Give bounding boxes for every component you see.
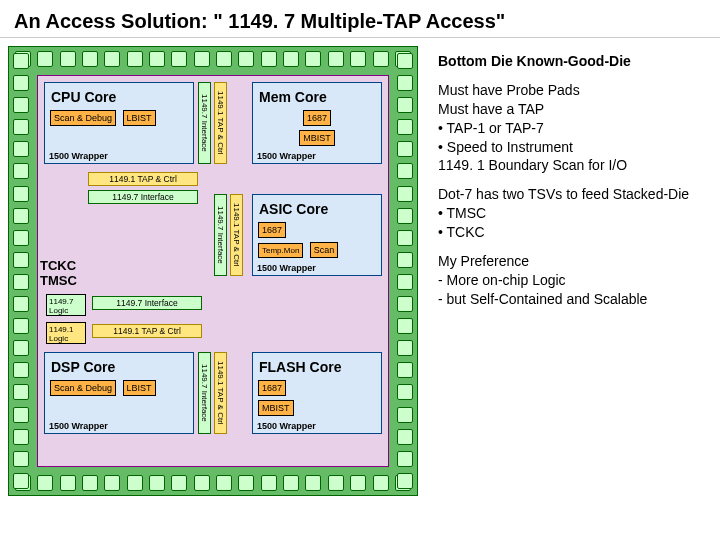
bond-pad [397,186,413,202]
bond-pad [127,51,143,67]
bond-pad [397,230,413,246]
bond-pad [37,51,53,67]
mem-wrapper: 1500 Wrapper [257,151,316,161]
mem-title: Mem Core [259,89,375,105]
bond-pad [127,475,143,491]
pref-text: My Preference - More on-chip Logic - but… [438,252,698,309]
bond-pad [13,451,29,467]
dsp-core: DSP Core Scan & Debug LBIST 1500 Wrapper [44,352,194,434]
bond-pad [13,296,29,312]
bond-pad [397,362,413,378]
bond-pad [13,53,29,69]
bond-pad [261,51,277,67]
bond-pad [397,163,413,179]
text-column: Bottom Die Known-Good-Die Must have Prob… [438,46,698,496]
cpu-if7: 1149.7 Interface [198,82,211,164]
bond-pad [13,186,29,202]
pad-row-bottom [15,475,411,491]
bond-pad [397,208,413,224]
logic-1149-1: 1149.1 Logic [46,322,86,344]
bond-pad [397,274,413,290]
bond-pad [261,475,277,491]
cpu-scan-debug: Scan & Debug [50,110,116,126]
cpu-core: CPU Core Scan & Debug LBIST 1500 Wrapper [44,82,194,164]
chip-outer: TCKCTMSC CPU Core Scan & Debug LBIST 150… [8,46,418,496]
bond-pad [328,475,344,491]
mid-if7: 1149.7 Interface [88,190,198,204]
bond-pad [13,407,29,423]
bond-pad [13,208,29,224]
bond-pad [238,475,254,491]
bond-pad [397,340,413,356]
pad-col-left [13,53,29,489]
bond-pad [238,51,254,67]
bond-pad [397,252,413,268]
logic-1149-7: 1149.7 Logic [46,294,86,316]
bond-pad [104,51,120,67]
bond-pad [283,475,299,491]
bond-pad [37,475,53,491]
cpu-tap1: 1149.1 TAP & Ctrl [214,82,227,164]
bond-pad [397,384,413,400]
dot7-text: Dot-7 has two TSVs to feed Stacked-Die •… [438,185,698,242]
flash-core: FLASH Core 1687 MBIST 1500 Wrapper [252,352,382,434]
bond-pad [373,51,389,67]
asic-if7: 1149.7 Interface [214,194,227,276]
page-title: An Access Solution: " 1149. 7 Multiple-T… [0,0,720,38]
bond-pad [397,473,413,489]
dsp-if7: 1149.7 Interface [198,352,211,434]
bond-pad [13,230,29,246]
mid-tap1: 1149.1 TAP & Ctrl [88,172,198,186]
asic-tap1: 1149.1 TAP & Ctrl [230,194,243,276]
chip-column: TCKCTMSC CPU Core Scan & Debug LBIST 150… [8,46,428,496]
kgd-text: Bottom Die Known-Good-Die [438,52,698,71]
pad-col-right [397,53,413,489]
bond-pad [13,75,29,91]
mem-core: Mem Core 1687 MBIST 1500 Wrapper [252,82,382,164]
content-area: TCKCTMSC CPU Core Scan & Debug LBIST 150… [0,38,720,504]
bond-pad [194,475,210,491]
bond-pad [328,51,344,67]
bond-pad [373,475,389,491]
dsp-wrapper: 1500 Wrapper [49,421,108,431]
pad-row-top [15,51,411,67]
dsp-scan-debug: Scan & Debug [50,380,116,396]
bond-pad [149,475,165,491]
tckc-tmsc-pins: TCKCTMSC [40,258,77,288]
bond-pad [283,51,299,67]
asic-wrapper: 1500 Wrapper [257,263,316,273]
bond-pad [397,53,413,69]
bond-pad [13,97,29,113]
cpu-lbist: LBIST [123,110,156,126]
mem-1687: 1687 [303,110,331,126]
bond-pad [13,473,29,489]
bond-pad [397,97,413,113]
flash-1687: 1687 [258,380,286,396]
flash-mbist: MBIST [258,400,294,416]
bond-pad [350,51,366,67]
bond-pad [397,141,413,157]
bond-pad [13,318,29,334]
bond-pad [13,252,29,268]
bond-pad [305,51,321,67]
bond-pad [13,362,29,378]
must-text: Must have Probe Pads Must have a TAP • T… [438,81,698,175]
bond-pad [350,475,366,491]
bond-pad [82,51,98,67]
bond-pad [397,407,413,423]
bond-pad [104,475,120,491]
bond-pad [216,51,232,67]
asic-core: ASIC Core 1687 Temp.Mon Scan 1500 Wrappe… [252,194,382,276]
bond-pad [60,51,76,67]
bond-pad [171,51,187,67]
bond-pad [397,296,413,312]
bond-pad [13,119,29,135]
bond-pad [216,475,232,491]
bond-pad [194,51,210,67]
bond-pad [397,75,413,91]
dsp-tap1: 1149.1 TAP & Ctrl [214,352,227,434]
low-if7: 1149.7 Interface [92,296,202,310]
cpu-wrapper: 1500 Wrapper [49,151,108,161]
mem-mbist: MBIST [299,130,335,146]
bond-pad [149,51,165,67]
